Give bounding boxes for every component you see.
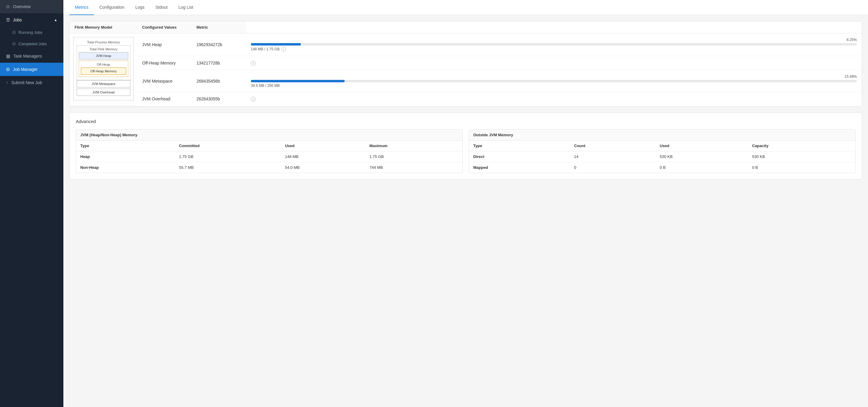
memory-row-metric-jvm-heap: 8.25% 148 MB / 1.75 GB i	[246, 33, 862, 56]
col-metric: Metric	[192, 22, 246, 33]
outside-col-used: Used	[655, 140, 748, 151]
jvm-row-nonheap-committed: 55.7 MB	[175, 162, 281, 173]
running-jobs-icon: ⊙	[12, 30, 16, 35]
jobs-icon: ☰	[6, 17, 10, 23]
tab-configuration[interactable]: Configuration	[94, 0, 130, 15]
jvm-row-heap-maximum: 1.75 GB	[365, 151, 462, 162]
jvm-heap-progress: 8.25% 148 MB / 1.75 GB i	[251, 38, 857, 52]
table-row: Direct 14 530 KB 530 KB	[469, 151, 855, 162]
outside-row-mapped-type: Mapped	[469, 162, 570, 173]
diagram-off-heap-memory: Off-Heap Memory	[81, 68, 126, 75]
memory-row-configured-jvm-metaspace: 268435456b	[192, 70, 246, 92]
sidebar-label-job-manager: Job Manager	[13, 67, 38, 72]
memory-row-configured-jvm-overhead: 262843055b	[192, 92, 246, 106]
sidebar-item-running-jobs[interactable]: ⊙ Running Jobs	[0, 27, 63, 38]
tab-metrics[interactable]: Metrics	[69, 0, 94, 15]
jvm-row-nonheap-type: Non-Heap	[76, 162, 175, 173]
jvm-memory-card-title: JVM (Heap/Non-Heap) Memory	[76, 130, 462, 140]
table-row: Non-Heap 55.7 MB 54.0 MB 744 MB	[76, 162, 462, 173]
col-flink-memory-model: Flink Memory Model	[70, 22, 137, 33]
jvm-row-heap-committed: 1.75 GB	[175, 151, 281, 162]
memory-row-name-jvm-metaspace: JVM Metaspace	[137, 70, 192, 92]
outside-row-mapped-capacity: 0 B	[748, 162, 855, 173]
memory-table: Flink Memory Model Configured Values Met…	[70, 22, 862, 106]
table-row: JVM Overhead 262843055b i	[70, 92, 862, 106]
sidebar-item-jobs[interactable]: ☰ Jobs ▲	[0, 13, 63, 27]
sidebar-label-running-jobs: Running Jobs	[19, 30, 42, 35]
tab-stdout[interactable]: Stdout	[150, 0, 173, 15]
diagram-jvm-heap: JVM Heap	[79, 52, 128, 59]
outside-row-mapped-count: 0	[570, 162, 655, 173]
jvm-heap-label: 148 MB / 1.75 GB i	[251, 47, 857, 52]
tabs-bar: Metrics Configuration Logs Stdout Log Li…	[63, 0, 868, 15]
table-row: Total Process Memory Total Flink Memory …	[70, 33, 862, 56]
jvm-row-nonheap-maximum: 744 MB	[365, 162, 462, 173]
job-manager-icon: ⊞	[6, 67, 10, 72]
advanced-title: Advanced	[76, 119, 856, 124]
sidebar-item-task-managers[interactable]: ▦ Task Managers	[0, 49, 63, 63]
task-managers-icon: ▦	[6, 54, 10, 59]
content-area: Flink Memory Model Configured Values Met…	[63, 15, 868, 192]
sidebar-label-completed-jobs: Completed Jobs	[19, 42, 47, 46]
memory-row-metric-jvm-overhead: i	[246, 92, 862, 106]
jvm-row-nonheap-used: 54.0 MB	[281, 162, 365, 173]
diagram-total-flink-label: Total Flink Memory	[79, 47, 128, 51]
jvm-heap-bar-fill	[251, 43, 301, 45]
diagram-off-heap: Off-Heap Off-Heap Memory	[79, 61, 128, 77]
jvm-row-heap-type: Heap	[76, 151, 175, 162]
main-content: Metrics Configuration Logs Stdout Log Li…	[63, 0, 868, 407]
outside-jvm-card: Outside JVM Memory Type Count Used Capac…	[469, 129, 856, 173]
jvm-col-maximum: Maximum	[365, 140, 462, 151]
outside-row-direct-type: Direct	[469, 151, 570, 162]
advanced-section: Advanced JVM (Heap/Non-Heap) Memory Type…	[69, 112, 862, 179]
outside-col-count: Count	[570, 140, 655, 151]
jvm-heap-pct: 8.25%	[846, 38, 857, 42]
jvm-overhead-info-icon[interactable]: i	[251, 97, 256, 102]
chevron-up-icon: ▲	[54, 18, 57, 22]
sidebar-item-submit-new-job[interactable]: ↑ Submit New Job	[0, 76, 63, 89]
memory-diagram-cell: Total Process Memory Total Flink Memory …	[70, 33, 137, 106]
jvm-metaspace-bar-fill	[251, 80, 345, 82]
advanced-grid: JVM (Heap/Non-Heap) Memory Type Committe…	[76, 129, 856, 173]
submit-icon: ↑	[6, 80, 8, 85]
jvm-row-heap-used: 148 MB	[281, 151, 365, 162]
tab-log-list[interactable]: Log List	[173, 0, 198, 15]
off-heap-info-icon[interactable]: i	[251, 61, 256, 66]
completed-jobs-icon: ⊙	[12, 41, 16, 46]
memory-model-card: Flink Memory Model Configured Values Met…	[69, 21, 862, 106]
outside-col-type: Type	[469, 140, 570, 151]
jvm-heap-label-text: 148 MB / 1.75 GB	[251, 47, 279, 51]
jvm-metaspace-label: 39.6 MB / 256 MB	[251, 83, 857, 88]
outside-row-direct-capacity: 530 KB	[748, 151, 855, 162]
diagram-jvm-metaspace: JVM Metaspace	[77, 80, 130, 88]
outside-jvm-table: Type Count Used Capacity Direct 14 530 K…	[469, 140, 855, 173]
col-configured-values: Configured Values	[137, 22, 192, 33]
diagram-off-heap-label: Off-Heap	[81, 63, 126, 66]
outside-row-mapped-used: 0 B	[655, 162, 748, 173]
jvm-col-used: Used	[281, 140, 365, 151]
jvm-col-type: Type	[76, 140, 175, 151]
sidebar-label-task-managers: Task Managers	[13, 54, 42, 59]
outside-jvm-card-title: Outside JVM Memory	[469, 130, 855, 140]
jvm-metaspace-pct: 15.48%	[844, 74, 857, 79]
sidebar-item-job-manager[interactable]: ⊞ Job Manager	[0, 63, 63, 76]
sidebar: ⊙ Overview ☰ Jobs ▲ ⊙ Running Jobs ⊙ Com…	[0, 0, 63, 407]
jvm-metaspace-progress: 15.48% 39.6 MB / 256 MB	[251, 74, 857, 88]
diagram-total-process: Total Process Memory	[77, 40, 130, 44]
jvm-metaspace-bar-bg	[251, 80, 857, 82]
diagram-total-flink: Total Flink Memory JVM Heap Off-Heap Off…	[77, 45, 130, 80]
jvm-col-committed: Committed	[175, 140, 281, 151]
memory-row-configured-jvm-heap: 1962934272b	[192, 33, 246, 56]
outside-row-direct-used: 530 KB	[655, 151, 748, 162]
memory-diagram: Total Process Memory Total Flink Memory …	[73, 37, 134, 100]
jvm-heap-info-icon[interactable]: i	[281, 47, 286, 52]
diagram-jvm-overhead: JVM Overhead	[77, 89, 130, 96]
memory-row-metric-jvm-metaspace: 15.48% 39.6 MB / 256 MB	[246, 70, 862, 92]
table-row: JVM Metaspace 268435456b 15.48%	[70, 70, 862, 92]
sidebar-item-completed-jobs[interactable]: ⊙ Completed Jobs	[0, 38, 63, 49]
jvm-memory-table: Type Committed Used Maximum Heap 1.75 GB…	[76, 140, 462, 173]
jvm-memory-card: JVM (Heap/Non-Heap) Memory Type Committe…	[76, 129, 463, 173]
memory-row-configured-off-heap: 134217728b	[192, 56, 246, 70]
sidebar-item-overview[interactable]: ⊙ Overview	[0, 0, 63, 13]
tab-logs[interactable]: Logs	[130, 0, 150, 15]
